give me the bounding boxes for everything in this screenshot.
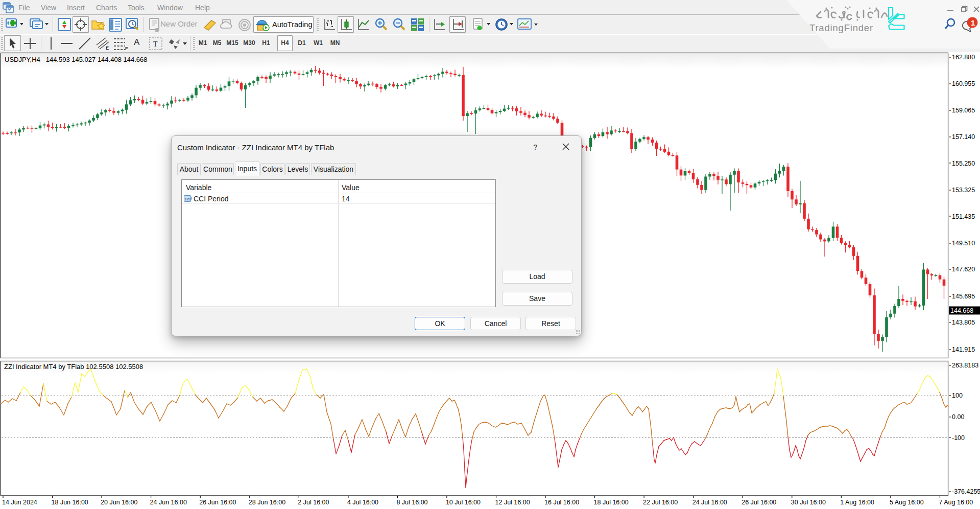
svg-text:30 Jul 16:00: 30 Jul 16:00	[791, 499, 826, 506]
svg-text:141.915: 141.915	[952, 346, 975, 353]
svg-text:28 Jun 16:00: 28 Jun 16:00	[249, 499, 285, 506]
svg-text:16 Jul 16:00: 16 Jul 16:00	[544, 499, 579, 506]
svg-text:147.620: 147.620	[952, 266, 975, 273]
svg-text:153.325: 153.325	[952, 187, 975, 194]
svg-text:162.880: 162.880	[952, 54, 975, 61]
svg-text:18 Jul 16:00: 18 Jul 16:00	[594, 499, 629, 506]
svg-text:1 Aug 16:00: 1 Aug 16:00	[840, 499, 874, 506]
svg-text:-376.4255: -376.4255	[952, 488, 980, 495]
svg-text:7 Aug 16:00: 7 Aug 16:00	[939, 499, 973, 506]
svg-text:-100: -100	[952, 434, 965, 442]
svg-text:159.065: 159.065	[952, 107, 975, 114]
svg-text:18 Jun 16:00: 18 Jun 16:00	[52, 499, 88, 506]
svg-text:144.668: 144.668	[950, 307, 973, 314]
svg-text:14 Jun 2024: 14 Jun 2024	[2, 499, 37, 506]
svg-text:12 Jul 16:00: 12 Jul 16:00	[495, 499, 530, 506]
svg-text:100: 100	[952, 392, 963, 399]
svg-text:160.955: 160.955	[952, 80, 975, 87]
svg-text:ZZI Indicator MT4 by TFlab 102: ZZI Indicator MT4 by TFlab 102.5508 102.…	[4, 363, 143, 371]
svg-text:USDJPY,H4 144.593 145.027 14: USDJPY,H4 144.593 145.027 144.408 144.66…	[5, 56, 147, 63]
svg-text:143.805: 143.805	[952, 319, 975, 326]
svg-text:145.695: 145.695	[952, 293, 975, 300]
svg-text:2 Jul 16:00: 2 Jul 16:00	[298, 499, 329, 506]
svg-text:1: 1	[971, 18, 975, 27]
svg-text:26 Jun 16:00: 26 Jun 16:00	[199, 499, 236, 506]
svg-text:157.140: 157.140	[952, 133, 975, 141]
svg-text:151.435: 151.435	[952, 213, 975, 220]
svg-text:22 Jul 16:00: 22 Jul 16:00	[643, 499, 678, 506]
svg-text:155.250: 155.250	[952, 160, 975, 167]
svg-text:4 Jul 16:00: 4 Jul 16:00	[347, 499, 378, 506]
svg-text:263.8183: 263.8183	[952, 362, 978, 369]
svg-text:8 Jul 16:00: 8 Jul 16:00	[396, 499, 427, 506]
svg-text:5 Aug 16:00: 5 Aug 16:00	[890, 499, 924, 506]
svg-text:24 Jul 16:00: 24 Jul 16:00	[692, 499, 727, 506]
svg-text:123: 123	[185, 197, 192, 201]
svg-text:20 Jun 16:00: 20 Jun 16:00	[101, 499, 137, 506]
svg-text:26 Jul 16:00: 26 Jul 16:00	[742, 499, 776, 506]
svg-text:24 Jun 16:00: 24 Jun 16:00	[150, 499, 187, 506]
svg-text:149.510: 149.510	[952, 240, 975, 247]
svg-text:10 Jul 16:00: 10 Jul 16:00	[446, 499, 481, 506]
svg-text:0.00: 0.00	[952, 413, 964, 421]
